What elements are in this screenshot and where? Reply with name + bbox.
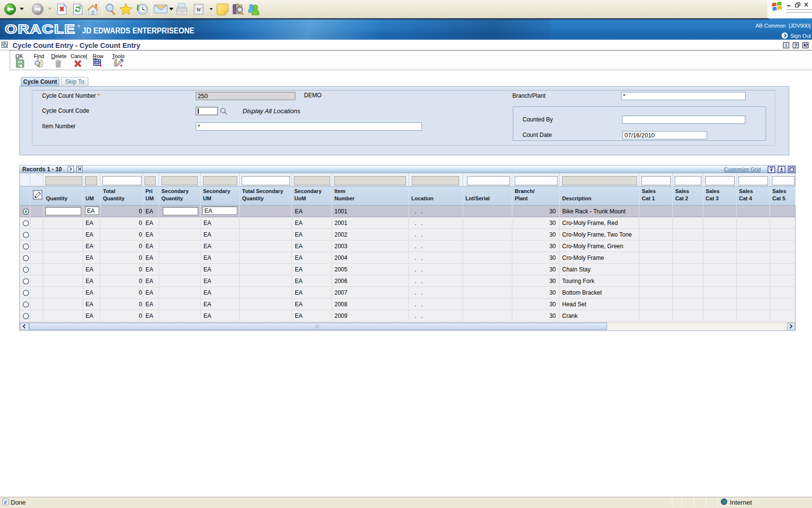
svg-text:ORACLE: ORACLE: [5, 22, 75, 36]
svg-text:i: i: [785, 43, 787, 48]
svg-text:?: ?: [805, 43, 808, 48]
svg-text:W: W: [196, 6, 202, 13]
svg-text:e: e: [4, 498, 7, 506]
svg-text:®: ®: [77, 24, 80, 29]
svg-text:?: ?: [794, 43, 798, 48]
